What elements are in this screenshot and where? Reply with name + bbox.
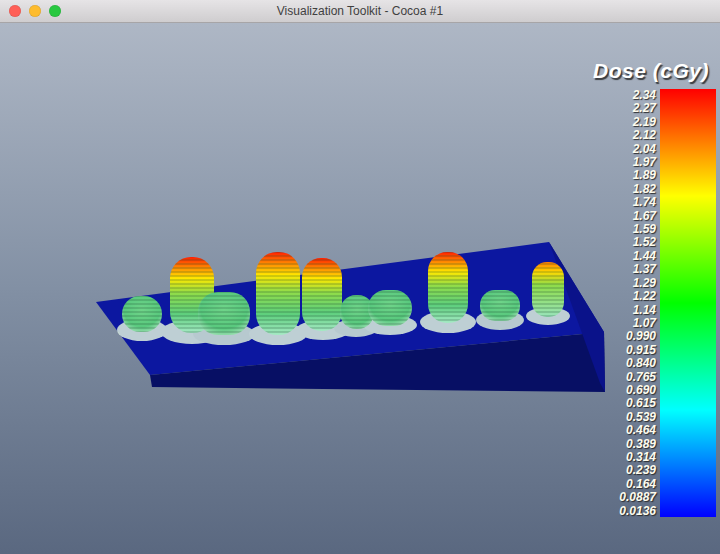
scalar-bar-tick-label: 0.314 — [626, 451, 656, 463]
scalar-bar-tick-label: 0.464 — [626, 424, 656, 436]
title-bar[interactable]: Visualization Toolkit - Cocoa #1 — [0, 0, 720, 23]
scalar-bar-labels: 2.342.272.192.122.041.971.891.821.741.67… — [586, 89, 660, 517]
zoom-button[interactable] — [49, 5, 61, 17]
scalar-bar-tick-label: 1.44 — [633, 250, 656, 262]
scalar-bar-tick-label: 1.74 — [633, 196, 656, 208]
render-viewport[interactable]: Dose (cGy) 2.342.272.192.122.041.971.891… — [0, 23, 720, 554]
scalar-bar-tick-label: 1.82 — [633, 183, 656, 195]
dose-peak — [428, 252, 468, 323]
traffic-lights — [9, 0, 61, 22]
close-button[interactable] — [9, 5, 21, 17]
scalar-bar-tick-label: 1.22 — [633, 290, 656, 302]
scalar-bar-tick-label: 0.765 — [626, 371, 656, 383]
scalar-bar-tick-label: 0.239 — [626, 464, 656, 476]
scalar-bar-tick-label: 0.690 — [626, 384, 656, 396]
scalar-bar-gradient — [660, 89, 716, 517]
scalar-bar-tick-label: 1.89 — [633, 169, 656, 181]
scalar-bar-tick-label: 1.97 — [633, 156, 656, 168]
dose-blob — [368, 290, 412, 326]
scalar-bar-tick-label: 2.19 — [633, 116, 656, 128]
scalar-bar-tick-label: 0.840 — [626, 357, 656, 369]
scalar-bar-tick-label: 0.539 — [626, 411, 656, 423]
scalar-bar-tick-label: 1.37 — [633, 263, 656, 275]
scalar-bar-title: Dose (cGy) — [586, 59, 716, 83]
scalar-bar-body: 2.342.272.192.122.041.971.891.821.741.67… — [586, 89, 716, 517]
scalar-bar-tick-label: 0.615 — [626, 397, 656, 409]
scalar-bar-tick-label: 1.29 — [633, 277, 656, 289]
dose-peak — [256, 252, 300, 335]
scalar-bar-tick-label: 2.34 — [633, 89, 656, 101]
scalar-bar: Dose (cGy) 2.342.272.192.122.041.971.891… — [586, 59, 716, 517]
scalar-bar-tick-label: 0.0887 — [619, 491, 656, 503]
window-title: Visualization Toolkit - Cocoa #1 — [277, 4, 443, 18]
scalar-bar-tick-label: 1.67 — [633, 210, 656, 222]
scalar-bar-tick-label: 1.14 — [633, 304, 656, 316]
dose-peak — [532, 262, 564, 317]
scalar-bar-tick-label: 2.27 — [633, 102, 656, 114]
dose-blob — [122, 296, 162, 332]
scalar-bar-tick-label: 2.04 — [633, 143, 656, 155]
dose-blob — [198, 292, 250, 335]
scalar-bar-tick-label: 0.915 — [626, 344, 656, 356]
scalar-bar-tick-label: 2.12 — [633, 129, 656, 141]
dose-peak — [302, 258, 342, 331]
minimize-button[interactable] — [29, 5, 41, 17]
scalar-bar-tick-label: 1.07 — [633, 317, 656, 329]
scalar-bar-tick-label: 1.59 — [633, 223, 656, 235]
scalar-bar-tick-label: 0.0136 — [619, 505, 656, 517]
scalar-bar-tick-label: 0.389 — [626, 438, 656, 450]
scalar-bar-tick-label: 1.52 — [633, 236, 656, 248]
vtk-window: Visualization Toolkit - Cocoa #1 — [0, 0, 720, 554]
dose-blob — [480, 290, 520, 321]
scalar-bar-tick-label: 0.164 — [626, 478, 656, 490]
scalar-bar-tick-label: 0.990 — [626, 330, 656, 342]
